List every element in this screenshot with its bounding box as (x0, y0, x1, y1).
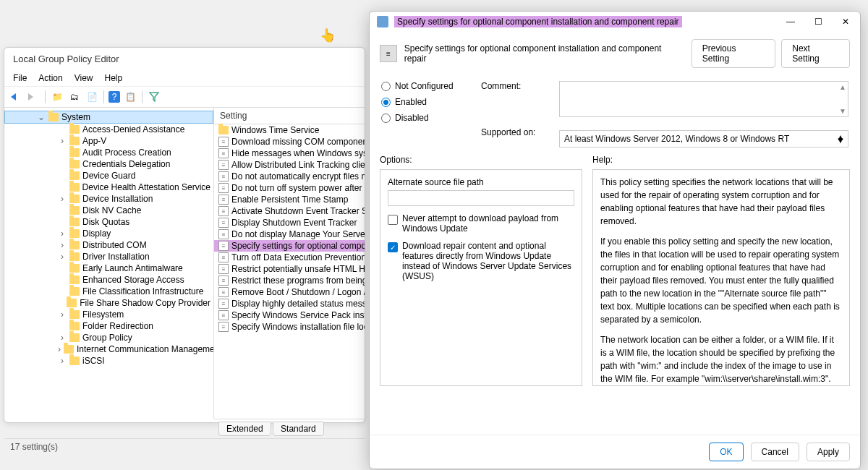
list-item[interactable]: Windows Time Service (214, 124, 365, 136)
tree-item[interactable]: ›Display (4, 228, 213, 239)
expand-icon[interactable]: › (58, 356, 67, 366)
tree-item[interactable]: ›Group Policy (4, 332, 213, 343)
list-item[interactable]: ≡Remove Boot / Shutdown / Logon / (214, 286, 365, 298)
tree-item[interactable]: Device Guard (4, 170, 213, 181)
help-paragraph: This policy setting specifies the networ… (600, 176, 842, 228)
alt-path-label: Alternate source file path (388, 177, 574, 187)
tree-item[interactable]: ›iSCSI (4, 355, 213, 367)
folder-up-icon[interactable]: 📁 (50, 90, 64, 104)
download-from-wu-checkbox[interactable]: ✓Download repair content and optional fe… (388, 241, 574, 281)
scroll-down-icon[interactable]: ▼ (836, 135, 845, 145)
menu-action[interactable]: Action (38, 73, 62, 83)
list-item[interactable]: ≡Specify Windows installation file locat… (214, 321, 365, 333)
tree-item[interactable]: Credentials Delegation (4, 158, 213, 170)
dialog-titlebar[interactable]: Specify settings for optional component … (370, 12, 860, 32)
tree-item[interactable]: ›App-V (4, 135, 213, 147)
scroll-down-icon[interactable]: ▼ (839, 107, 846, 115)
tree-item[interactable]: Disk Quotas (4, 216, 213, 228)
policy-icon: ≡ (218, 195, 229, 205)
ok-button[interactable]: OK (709, 443, 743, 461)
comment-textarea[interactable]: ▲▼ (559, 81, 848, 117)
help-icon[interactable]: ? (109, 91, 120, 103)
maximize-icon[interactable]: ☐ (811, 17, 825, 27)
expand-icon[interactable]: › (58, 194, 67, 204)
list-label: Hide messages when Windows system (231, 148, 365, 158)
tree-item[interactable]: Device Health Attestation Service (4, 181, 213, 193)
policy-icon: ≡ (218, 241, 229, 251)
list-item[interactable]: ≡Do not display Manage Your Server page (214, 228, 365, 240)
list-item[interactable]: ≡Restrict these programs from being (214, 275, 365, 286)
list-item[interactable]: ≡Restrict potentially unsafe HTML Help (214, 263, 365, 275)
list-header[interactable]: Setting (214, 108, 365, 124)
list-item[interactable]: ≡Do not automatically encrypt files move… (214, 171, 365, 182)
comment-label: Comment: (481, 81, 521, 91)
list-item[interactable]: ≡Do not turn off system power after a (214, 182, 365, 194)
folder-icon (69, 333, 80, 342)
never-download-checkbox[interactable]: Never attempt to download payload from W… (388, 213, 574, 234)
expand-icon[interactable]: › (58, 333, 67, 343)
next-setting-button[interactable]: Next Setting (781, 39, 850, 68)
settings-list-pane[interactable]: Setting Windows Time Service≡Download mi… (214, 108, 365, 419)
folder-icon (69, 183, 80, 192)
expand-icon[interactable]: › (58, 136, 67, 146)
tree-item[interactable]: File Classification Infrastructure (4, 286, 213, 297)
minimize-icon[interactable]: — (783, 17, 798, 27)
tree-item[interactable]: ›Distributed COM (4, 239, 213, 251)
tree-item[interactable]: Early Launch Antimalware (4, 262, 213, 274)
cancel-button[interactable]: Cancel (751, 443, 799, 461)
filter-icon[interactable] (147, 90, 161, 104)
tree-item[interactable]: Access-Denied Assistance (4, 124, 213, 135)
tab-extended[interactable]: Extended (218, 422, 271, 436)
list-item[interactable]: ≡Activate Shutdown Event Tracker System (214, 205, 365, 217)
tree-item[interactable]: File Share Shadow Copy Provider (4, 297, 213, 309)
list-label: Do not display Manage Your Server page (231, 229, 365, 239)
close-icon[interactable]: ✕ (838, 17, 853, 27)
show-tree-icon[interactable]: 🗂 (67, 90, 82, 104)
radio-enabled[interactable]: Enabled (381, 97, 475, 107)
tree-item[interactable]: ›Internet Communication Management (4, 343, 213, 355)
expand-icon[interactable]: › (58, 252, 67, 262)
tree-item[interactable]: Audit Process Creation (4, 147, 213, 158)
list-item[interactable]: ≡Turn off Data Execution Prevention for (214, 252, 365, 263)
list-item[interactable]: ≡Enable Persistent Time Stamp (214, 194, 365, 205)
apply-button[interactable]: Apply (807, 443, 850, 461)
list-item[interactable]: ≡Specify Windows Service Pack install (214, 309, 365, 321)
menu-file[interactable]: File (13, 73, 27, 83)
menu-view[interactable]: View (75, 73, 93, 83)
list-item[interactable]: ≡Specify settings for optional component (214, 240, 365, 252)
expand-icon[interactable]: › (58, 240, 67, 250)
expand-icon[interactable]: › (58, 309, 67, 320)
help-text[interactable]: This policy setting specifies the networ… (592, 169, 850, 386)
tree-item[interactable]: Folder Redirection (4, 320, 213, 332)
tree-item[interactable]: ›Filesystem (4, 309, 213, 320)
status-bar: 17 setting(s) (4, 438, 365, 455)
list-item[interactable]: ≡Display highly detailed status messages (214, 298, 365, 309)
alt-path-input[interactable] (388, 190, 574, 206)
expand-icon[interactable]: › (58, 344, 61, 354)
tree-item[interactable]: ›Device Installation (4, 193, 213, 205)
list-item[interactable]: ≡Display Shutdown Event Tracker (214, 217, 365, 228)
properties-icon[interactable]: 📋 (123, 90, 137, 104)
expand-icon[interactable]: › (58, 228, 67, 239)
export-icon[interactable]: 📄 (85, 90, 99, 104)
policy-icon: ≡ (218, 229, 229, 239)
list-item[interactable]: ≡Allow Distributed Link Tracking client (214, 159, 365, 171)
previous-setting-button[interactable]: Previous Setting (692, 39, 776, 68)
policy-icon: ≡ (218, 183, 229, 193)
scroll-up-icon[interactable]: ▲ (839, 83, 846, 91)
tree-pane[interactable]: ⌄ System Access-Denied Assistance›App-VA… (4, 108, 214, 419)
tree-item[interactable]: Enhanced Storage Access (4, 274, 213, 286)
policy-icon: ≡ (218, 160, 229, 170)
tree-item[interactable]: ›Driver Installation (4, 251, 213, 262)
tree-item[interactable]: Disk NV Cache (4, 205, 213, 216)
radio-not-configured[interactable]: Not Configured (381, 81, 475, 91)
back-icon[interactable] (9, 90, 23, 104)
menu-help[interactable]: Help (105, 73, 123, 83)
radio-disabled[interactable]: Disabled (381, 113, 475, 123)
tab-standard[interactable]: Standard (273, 422, 324, 436)
list-item[interactable]: ≡Hide messages when Windows system (214, 148, 365, 159)
tree-label: Distributed COM (82, 240, 147, 250)
collapse-icon[interactable]: ⌄ (37, 112, 46, 122)
list-item[interactable]: ≡Download missing COM components (214, 136, 365, 148)
tree-item-system[interactable]: ⌄ System (4, 111, 213, 124)
